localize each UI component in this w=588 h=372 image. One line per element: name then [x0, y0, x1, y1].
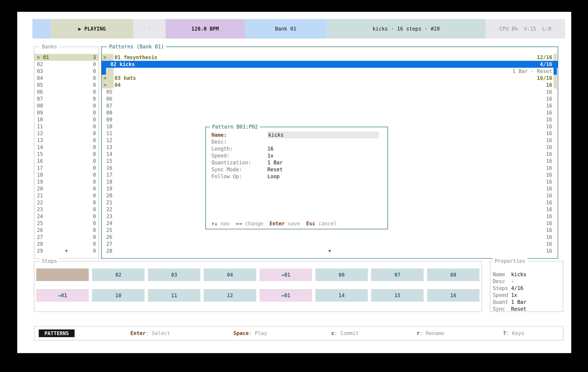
- bank-row[interactable]: 270: [34, 234, 98, 241]
- bank-row[interactable]: 060: [34, 89, 98, 95]
- bank-row[interactable]: 180: [34, 171, 98, 178]
- bank-row[interactable]: 050: [34, 81, 98, 89]
- key-hint: Enter: Select: [130, 327, 170, 340]
- steps-panel-title: Steps: [40, 258, 59, 264]
- pattern-label: 09: [106, 117, 112, 122]
- step-cell[interactable]: 11: [148, 289, 200, 302]
- dialog-field-row[interactable]: Speed:1x: [211, 152, 384, 159]
- bank-row[interactable]: 170: [34, 164, 98, 171]
- scrollbar-cell[interactable]: [554, 81, 557, 89]
- pattern-label: 15: [106, 158, 112, 164]
- bank-row[interactable]: 030: [34, 68, 98, 75]
- step-cell[interactable]: 14: [315, 289, 368, 302]
- dialog-field-row[interactable]: Name:kicks: [211, 131, 384, 138]
- pattern-row[interactable]: 0816: [102, 109, 558, 116]
- property-row: Speed1x: [493, 292, 562, 299]
- dialog-field-row[interactable]: Sync Mode:Reset: [211, 166, 384, 173]
- pattern-row[interactable]: 0716: [102, 102, 558, 109]
- bank-row[interactable]: 240: [34, 213, 98, 220]
- property-label: Sync: [493, 305, 511, 312]
- dialog-field-label: Quantization:: [211, 159, 267, 166]
- dialog-field-label: Length:: [211, 145, 267, 152]
- bank-number: 02: [34, 61, 93, 68]
- bank-row[interactable]: 020: [34, 61, 98, 68]
- step-cell[interactable]: 15: [371, 289, 424, 302]
- step-cell-jump[interactable]: →01: [260, 289, 312, 302]
- scrollbar-cell: [554, 192, 557, 199]
- bank-row[interactable]: 100: [34, 116, 98, 123]
- pattern-row[interactable]: 0616: [102, 95, 558, 102]
- step-cell[interactable]: 16: [427, 289, 479, 302]
- bank-pattern-count: 0: [93, 137, 98, 144]
- bank-row[interactable]: 130: [34, 137, 98, 144]
- step-cell[interactable]: 12: [204, 289, 256, 302]
- bank-row[interactable]: 040: [34, 75, 98, 81]
- scrollbar-cell[interactable]: [554, 68, 557, 75]
- dialog-name-input[interactable]: kicks: [267, 131, 379, 138]
- pattern-row[interactable]: 0516: [102, 89, 558, 95]
- bank-pattern-count: 0: [93, 206, 98, 213]
- pattern-label: 14: [106, 151, 112, 157]
- scrollbar-cell[interactable]: [554, 54, 557, 61]
- bank-number: 09: [34, 109, 93, 116]
- dialog-field-row[interactable]: Follow Up:Loop: [211, 173, 384, 180]
- step-cell[interactable]: 08: [427, 269, 479, 281]
- bank-row[interactable]: 160: [34, 158, 98, 164]
- property-label: Speed: [493, 292, 511, 299]
- bank-row[interactable]: 070: [34, 95, 98, 102]
- pattern-label: 11: [106, 131, 112, 136]
- bank-row[interactable]: 190: [34, 178, 98, 185]
- pattern-label: 03 hats: [115, 75, 136, 81]
- step-cell[interactable]: 03: [148, 269, 200, 281]
- bank-number: 15: [34, 151, 93, 158]
- bank-number: 12: [34, 130, 93, 137]
- pattern-row[interactable]: >03 hats16/16: [102, 75, 558, 81]
- dialog-field-row[interactable]: Length:16: [211, 145, 384, 152]
- scrollbar-cell: [554, 171, 557, 178]
- bank-row[interactable]: 110: [34, 123, 98, 130]
- properties-panel: Properties NamekicksDesc-Steps4/16Speed1…: [490, 261, 563, 312]
- property-label: Steps: [493, 285, 511, 292]
- bank-row-selected[interactable]: > 013: [34, 54, 98, 61]
- pattern-row[interactable]: 2616: [102, 234, 558, 241]
- scrollbar-cell[interactable]: [554, 75, 557, 81]
- bank-row[interactable]: 140: [34, 144, 98, 151]
- bank-row[interactable]: 230: [34, 206, 98, 213]
- step-cell[interactable]: 04: [204, 269, 256, 281]
- dialog-field-row[interactable]: Quantization:1 Bar: [211, 159, 384, 166]
- bank-row[interactable]: 150: [34, 151, 98, 158]
- pattern-label: 23: [106, 213, 112, 219]
- step-cell-jump[interactable]: →01: [36, 289, 89, 302]
- scrollbar-cell[interactable]: [554, 61, 557, 68]
- step-cell[interactable]: 07: [371, 269, 424, 281]
- pattern-row[interactable]: >01 fmsynthesis12/16: [102, 54, 558, 61]
- bank-row[interactable]: 210: [34, 192, 98, 199]
- patterns-scroll-more-icon[interactable]: ▼: [102, 247, 558, 254]
- scrollbar-cell: [554, 227, 557, 234]
- step-cell-jump[interactable]: →01: [260, 269, 312, 281]
- bank-row[interactable]: 080: [34, 102, 98, 109]
- pattern-steps-value: 16: [546, 171, 552, 178]
- dialog-field-row[interactable]: Desc:: [211, 138, 384, 145]
- bank-row[interactable]: 260: [34, 227, 98, 234]
- pattern-row-selected[interactable]: 02 kicks4/16: [102, 61, 558, 68]
- step-cell[interactable]: 02: [92, 269, 145, 281]
- bank-row[interactable]: 29▼0: [34, 247, 98, 254]
- step-cell[interactable]: 06: [315, 269, 368, 281]
- bank-row[interactable]: 220: [34, 199, 98, 206]
- bank-row[interactable]: 200: [34, 185, 98, 192]
- pattern-caret-icon: >: [104, 75, 106, 81]
- pattern-row[interactable]: 2716: [102, 241, 558, 247]
- bank-row[interactable]: 120: [34, 130, 98, 137]
- bank-row[interactable]: 090: [34, 109, 98, 116]
- pattern-row[interactable]: >0416: [102, 81, 558, 89]
- step-cell[interactable]: 10: [92, 289, 145, 302]
- pattern-steps-value: 12/16: [537, 54, 552, 61]
- bank-row[interactable]: 280: [34, 241, 98, 247]
- pattern-row[interactable]: 0916: [102, 116, 558, 123]
- step-cell-playhead[interactable]: [36, 269, 89, 281]
- key-hint-label: : Play: [249, 330, 267, 336]
- bank-pattern-count: 0: [93, 123, 98, 130]
- bank-row[interactable]: 250: [34, 220, 98, 227]
- scrollbar-cell: [554, 95, 557, 102]
